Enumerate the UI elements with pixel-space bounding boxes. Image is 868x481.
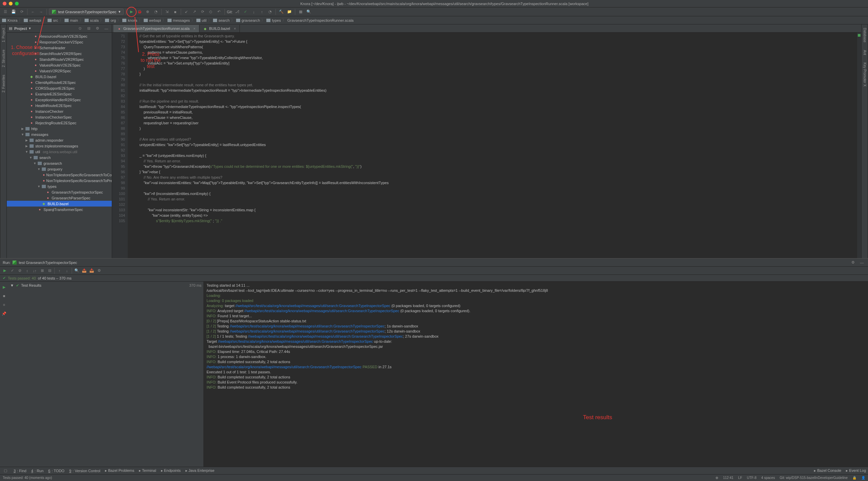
tool-tab[interactable]: 1: Project — [1, 26, 6, 44]
tree-item[interactable]: ◆BUILD.bazel — [7, 201, 112, 207]
tool-tab[interactable]: Ant — [862, 48, 867, 57]
select-opened-button[interactable]: ⊙ — [76, 25, 83, 32]
sort-button[interactable]: ↕ — [24, 267, 31, 274]
vcs-update-button[interactable]: ⟳ — [199, 8, 206, 15]
git-branch[interactable]: Git: wip/DSP-515-bazelInDeveloperGuideli… — [780, 476, 848, 480]
breadcrumb-item[interactable]: types — [266, 18, 281, 22]
tree-item[interactable]: ●InstanceChecker — [7, 108, 112, 114]
tree-item[interactable]: ▼gravsearch — [7, 160, 112, 166]
vcs-pull-button[interactable]: ↙ — [183, 8, 190, 15]
breadcrumb-item[interactable]: gravsearch — [236, 18, 260, 22]
build-button[interactable]: 🔨 — [278, 8, 285, 15]
tree-item[interactable]: ●CORSSupportE2ESpec — [7, 85, 112, 91]
bottom-tool-tab[interactable]: 6: TODO — [48, 468, 65, 473]
close-tab-icon[interactable]: × — [234, 26, 236, 31]
close-tab-icon[interactable]: × — [193, 26, 195, 31]
redo-button[interactable]: → — [38, 8, 45, 15]
tree-item[interactable]: ●GravsearchTypeInspectorSpec — [7, 189, 112, 195]
expand-all-button[interactable]: ⊟ — [85, 25, 92, 32]
debug-button[interactable]: 🐞 — [136, 8, 143, 15]
tree-item[interactable]: ▼search — [7, 155, 112, 160]
bottom-tool-tab[interactable]: 4: Run — [31, 468, 43, 473]
tree-item[interactable]: ▶store.triplestoremessages — [7, 143, 112, 149]
stop-side-button[interactable]: ■ — [1, 292, 7, 299]
bottom-tool-tab[interactable]: ▸ Bazel Console — [814, 468, 841, 473]
editor-tab[interactable]: ●GravsearchTypeInspectionRunner.scala× — [113, 25, 199, 32]
tree-item[interactable]: ●ValuesV2R2RSpec — [7, 68, 112, 74]
layout-side-button[interactable]: ≡ — [1, 301, 7, 308]
sync-button[interactable]: ⟳ — [18, 8, 25, 15]
tree-item[interactable]: ●SchemaHeader — [7, 45, 112, 51]
bottom-tool-tab[interactable]: 9: Version Control — [69, 468, 100, 473]
import-tests-button[interactable]: 🔍 — [73, 267, 80, 274]
tree-item[interactable]: ▼utilorg.knora.webapi.util — [7, 149, 112, 155]
git-branch-button[interactable]: ⎇ — [234, 8, 241, 15]
tree-item[interactable]: ◆BUILD.bazel — [7, 74, 112, 79]
tree-item[interactable]: ●ResourcesRouteV2E2ESpec — [7, 33, 112, 39]
tool-tab[interactable]: 2: Favorites — [1, 73, 6, 94]
sort-alpha-button[interactable]: ↓↑ — [31, 267, 38, 274]
git-check-button[interactable]: ✓ — [242, 8, 249, 15]
lock-icon[interactable]: 🔒 — [852, 476, 856, 480]
chevron-down-icon[interactable]: ▾ — [29, 26, 31, 31]
tree-item[interactable]: ▼messages — [7, 131, 112, 137]
tool-tab[interactable]: 2: Structure — [1, 48, 6, 69]
breadcrumb-item[interactable]: knora — [122, 18, 137, 22]
inspector-icon[interactable]: 👤 — [861, 476, 865, 480]
tree-item[interactable]: ●NonTriplestoreSpecificGravsearchToPrequ… — [7, 178, 112, 183]
breadcrumb-item[interactable]: org — [105, 18, 116, 22]
prev-test-button[interactable]: ↑ — [56, 267, 63, 274]
coverage-button[interactable]: ⊕ — [144, 8, 151, 15]
tool-tab[interactable]: Database — [862, 26, 867, 44]
vcs-revert-button[interactable]: ↶ — [216, 8, 223, 15]
tree-item[interactable]: ●ExampleE2ESimSpec — [7, 91, 112, 97]
bottom-tool-tab[interactable]: ▸ Event Log — [846, 468, 866, 473]
tree-item[interactable]: ●StandoffRouteV2R2RSpec — [7, 56, 112, 62]
vcs-commit-button[interactable]: ↗ — [191, 8, 198, 15]
tool-windows-button[interactable]: ▢ — [2, 467, 9, 474]
editor-tab[interactable]: ◆BUILD.bazel× — [199, 25, 240, 32]
breadcrumb-item[interactable]: main — [65, 18, 78, 22]
rerun-button[interactable]: ▶ — [1, 267, 8, 274]
line-separator[interactable]: LF — [738, 476, 742, 480]
breadcrumb-item[interactable]: search — [213, 18, 230, 22]
tree-item[interactable]: ●HealthRouteE2ESpec — [7, 103, 112, 108]
pin-side-button[interactable]: 📌 — [1, 310, 7, 317]
show-passed-button[interactable]: ⊘ — [16, 267, 23, 274]
tree-item[interactable]: ●ExceptionHandlerR2RSpec — [7, 97, 112, 103]
git-pull-button[interactable]: ↓ — [250, 8, 257, 15]
tree-item[interactable]: ▼types — [7, 183, 112, 189]
bottom-tool-tab[interactable]: ▸ Terminal — [139, 468, 156, 473]
tree-item[interactable]: ●SparqlTransformerSpec — [7, 207, 112, 212]
run-hide-button[interactable]: — — [858, 259, 865, 266]
test-results-tree[interactable]: ▼ ✔ Test Results 370 ms — [8, 282, 204, 467]
tree-item[interactable]: ●RejectingRouteE2ESpec — [7, 120, 112, 126]
bottom-tool-tab[interactable]: ▸ Java Enterprise — [185, 468, 214, 473]
git-show-button[interactable]: ◔ — [267, 8, 273, 15]
breadcrumb-item[interactable]: GravsearchTypeInspectionRunner.scala — [287, 18, 354, 22]
stop-button[interactable]: ■ — [172, 8, 179, 15]
toggle-auto-button[interactable]: ✓ — [9, 267, 16, 274]
undo-button[interactable]: ← — [30, 8, 36, 15]
tree-item[interactable]: ●InstanceCheckerSpec — [7, 114, 112, 120]
structure-button[interactable]: ▦ — [297, 8, 304, 15]
breadcrumb-item[interactable]: webapi — [24, 18, 41, 22]
export-tests-button[interactable]: 📤 — [81, 267, 88, 274]
tree-item[interactable]: ▶admin.responder — [7, 137, 112, 143]
run-settings-button[interactable]: ⚙ — [850, 259, 856, 266]
open-file-button[interactable]: ☰ — [2, 8, 9, 15]
profile-button[interactable]: ◔ — [153, 8, 159, 15]
tree-item[interactable]: ●NonTriplestoreSpecificGravsearchToCount… — [7, 172, 112, 178]
tool-tab[interactable]: Key Promoter X — [862, 60, 867, 89]
git-push-button[interactable]: ↑ — [259, 8, 265, 15]
tree-item[interactable]: ▶http — [7, 126, 112, 131]
run-configuration-dropdown[interactable]: test GravsearchTypeInspectorSpec ▾ — [49, 8, 124, 15]
expand-all-tests-button[interactable]: ⊞ — [39, 267, 46, 274]
folder-button[interactable]: 📁 — [286, 8, 293, 15]
rerun-side-button[interactable]: ▶ — [1, 284, 7, 290]
tree-item[interactable]: ●SearchRouteV2R2RSpec — [7, 51, 112, 56]
next-test-button[interactable]: ↓ — [64, 267, 70, 274]
run-console[interactable]: Testing started at 14:11 .../usr/local/b… — [204, 282, 868, 467]
tree-item[interactable]: ●ClientApiRouteE2ESpec — [7, 79, 112, 85]
tree-item[interactable]: ●ValuesRouteV2E2ESpec — [7, 62, 112, 68]
